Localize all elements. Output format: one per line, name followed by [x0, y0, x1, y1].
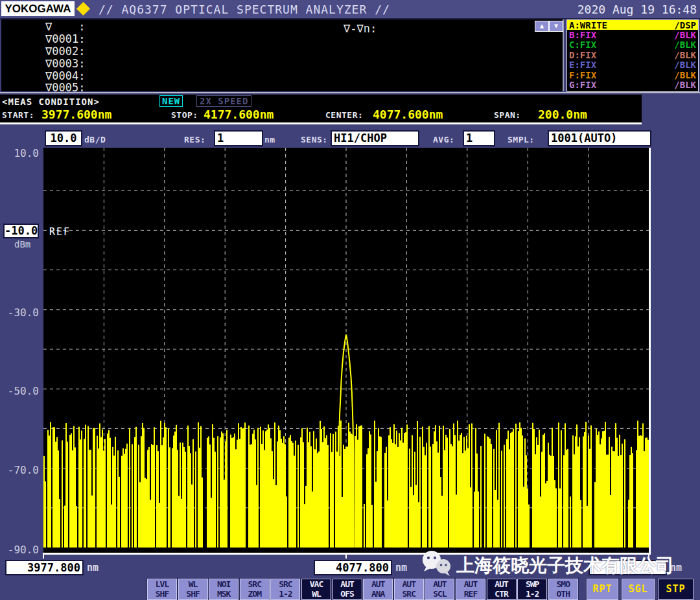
- x-axis-tick: [648, 555, 649, 559]
- softkey-wl-shf[interactable]: WLSHF: [178, 579, 208, 600]
- smpl-field[interactable]: 1001(AUTO): [548, 130, 651, 146]
- wavelength-center-field[interactable]: 4077.800: [314, 560, 392, 575]
- trace-row-c[interactable]: C:FIX/BLK: [567, 40, 698, 50]
- trace-row-e[interactable]: E:FIX/BLK: [567, 60, 698, 70]
- trace-row-f[interactable]: F:FIX/BLK: [567, 70, 698, 80]
- level-scale-field[interactable]: 10.0: [45, 130, 82, 146]
- stp-button[interactable]: STP: [658, 579, 694, 600]
- smpl-label: SMPL:: [508, 135, 535, 144]
- marker-row: ∇0004:: [45, 71, 85, 82]
- trace-mode: /BLK: [674, 70, 696, 80]
- trace-status-panel: A:WRITE/DSP B:FIX/BLK C:FIX/BLK D:FIX/BL…: [566, 19, 699, 92]
- sens-label: SENS:: [301, 135, 328, 144]
- trace-name: C:FIX: [569, 40, 596, 50]
- trace-name: D:FIX: [569, 50, 596, 60]
- new-badge: NEW: [159, 95, 183, 107]
- y-axis-label-m30: -30.0: [3, 306, 39, 319]
- center-value[interactable]: 4077.600nm: [373, 108, 443, 121]
- marker-list-panel: ∇ : ∇0001: ∇0002: ∇0003: ∇0004: ∇0005: ∇…: [1, 19, 564, 91]
- x-axis-tick: [43, 555, 44, 559]
- softkey-aut-scl[interactable]: AUTSCL: [425, 579, 454, 600]
- softkey-aut-ref[interactable]: AUTREF: [456, 579, 485, 600]
- title-bar: YOKOGAWA // AQ6377 OPTICAL SPECTRUM ANAL…: [0, 0, 700, 19]
- sgl-button[interactable]: SGL: [622, 579, 655, 600]
- avg-label: AVG:: [433, 135, 454, 144]
- trace-mode: /BLK: [674, 40, 696, 50]
- softkey-src-1-2[interactable]: SRC1-2: [270, 579, 300, 600]
- softkey-vac-wl[interactable]: VACWL: [301, 579, 331, 600]
- res-field[interactable]: 1: [214, 130, 263, 146]
- marker-row: ∇ :: [45, 21, 85, 32]
- stop-label: STOP:: [171, 110, 198, 120]
- y-axis-label-m50: -50.0: [3, 385, 39, 397]
- trace-name: F:FIX: [569, 70, 596, 80]
- marker-scroll-down-button[interactable]: ▼: [549, 21, 563, 32]
- trace-row-d[interactable]: D:FIX/BLK: [567, 50, 698, 60]
- app-title: // AQ6377 OPTICAL SPECTRUM ANALYZER //: [99, 3, 390, 16]
- softkey-smo-oth[interactable]: SMOOTH: [548, 579, 578, 600]
- avg-field[interactable]: 1: [463, 130, 495, 146]
- y-axis-label-m90: -90.0: [3, 544, 39, 556]
- trace-mode: /BLK: [674, 60, 696, 70]
- up-arrow-icon: ▲: [540, 22, 544, 29]
- softkey-aut-ctr[interactable]: AUTCTR: [487, 579, 517, 600]
- osa-screen: YOKOGAWA // AQ6377 OPTICAL SPECTRUM ANAL…: [0, 0, 700, 600]
- y-axis-label-m70: -70.0: [3, 464, 39, 476]
- wavelength-center-unit: nm: [395, 562, 407, 573]
- marker-row: ∇0003:: [45, 58, 85, 69]
- ref-marker-label: REF: [49, 226, 71, 238]
- trace-row-g[interactable]: G:FIX/BLK: [567, 80, 698, 89]
- softkey-noi-msk[interactable]: NOIMSK: [209, 579, 239, 600]
- meas-condition-panel: <MEAS CONDITION> NEW 2X SPEED START: 397…: [0, 95, 642, 124]
- ref-level-field[interactable]: -10.0: [3, 224, 39, 238]
- stop-value[interactable]: 4177.600nm: [204, 108, 274, 121]
- trace-row-a[interactable]: A:WRITE/DSP: [567, 20, 698, 30]
- start-label: START:: [2, 110, 34, 120]
- softkey-lvl-shf[interactable]: LVLSHF: [147, 579, 177, 600]
- speed-badge: 2X SPEED: [196, 95, 251, 107]
- yokogawa-logo: YOKOGAWA: [1, 1, 75, 16]
- trace-name: A:WRITE: [569, 20, 607, 30]
- trace-name: G:FIX: [569, 80, 596, 90]
- level-unit-label: dB/D: [84, 135, 106, 144]
- softkey-aut-src[interactable]: AUTSRC: [394, 579, 424, 600]
- trace-mode: /DSP: [674, 20, 696, 30]
- logo-diamond-icon: [76, 2, 90, 16]
- wavelength-left-field[interactable]: 3977.800: [5, 560, 84, 575]
- center-label: CENTER:: [325, 110, 363, 120]
- meas-condition-heading: <MEAS CONDITION>: [2, 97, 100, 107]
- wavelength-left-unit: nm: [87, 562, 99, 573]
- datetime-display: 2020 Aug 19 16:48: [578, 3, 697, 16]
- wavelength-right-unit: nm: [670, 562, 682, 573]
- trace-name: E:FIX: [569, 60, 596, 70]
- start-value[interactable]: 3977.600nm: [41, 108, 111, 121]
- x-axis-tick: [345, 555, 347, 559]
- res-label: RES:: [184, 135, 205, 144]
- marker-delta-label: ∇-∇n:: [344, 22, 377, 35]
- trace-mode: /BLK: [674, 30, 696, 40]
- trace-mode: /BLK: [674, 80, 696, 90]
- trace-name: B:FIX: [569, 30, 596, 40]
- sens-field[interactable]: HI1/CHOP: [331, 130, 419, 146]
- chart-bottom-border: [43, 553, 651, 555]
- down-arrow-icon: ▼: [554, 22, 558, 29]
- marker-scroll-up-button[interactable]: ▲: [535, 21, 549, 32]
- softkey-src-zom[interactable]: SRCZOM: [240, 579, 270, 600]
- res-unit-label: nm: [264, 135, 275, 144]
- softkey-aut-ofs[interactable]: AUTOFS: [332, 579, 362, 600]
- y-axis-label-10: 10.0: [3, 147, 39, 159]
- y-axis-unit-label: dBm: [14, 239, 30, 249]
- softkey-aut-ana[interactable]: AUTANA: [363, 579, 393, 600]
- panel-separator: [0, 92, 700, 93]
- rpt-button[interactable]: RPT: [587, 579, 618, 600]
- marker-row: ∇0001:: [45, 34, 85, 45]
- wavelength-right-field[interactable]: [589, 560, 667, 575]
- trace-row-b[interactable]: B:FIX/BLK: [567, 30, 698, 40]
- spectrum-plot: [43, 148, 649, 553]
- span-label: SPAN:: [494, 110, 521, 120]
- span-value[interactable]: 200.0nm: [538, 108, 587, 121]
- trace-mode: /BLK: [674, 50, 696, 60]
- chart-right-border: [649, 148, 651, 555]
- softkey-swp-1-2[interactable]: SWP1-2: [517, 579, 547, 600]
- marker-row: ∇0002:: [45, 46, 85, 57]
